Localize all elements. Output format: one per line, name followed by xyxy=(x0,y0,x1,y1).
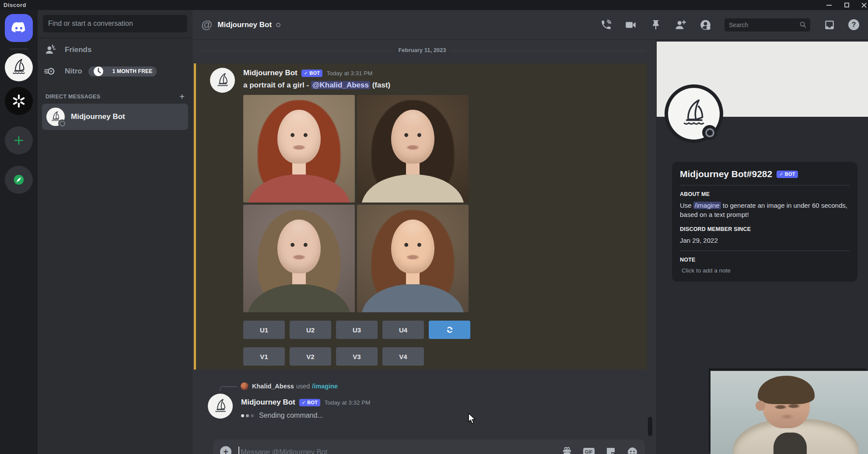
chat-messages-area: February 11, 2023 Midjourney Bot ✓ BOT T… xyxy=(192,40,656,454)
compass-icon xyxy=(11,172,26,187)
generated-portrait-2[interactable] xyxy=(357,95,469,203)
variation-button-v2[interactable]: V2 xyxy=(290,347,331,366)
nitro-icon xyxy=(47,66,59,77)
member-since-value: Jan 29, 2022 xyxy=(680,236,850,245)
refresh-icon xyxy=(445,325,455,335)
sidebar-item-friends[interactable]: Friends xyxy=(42,40,188,59)
dm-item-midjourney-bot[interactable]: Midjourney Bot xyxy=(42,104,188,130)
sticker-picker-button[interactable] xyxy=(606,447,616,454)
midjourney-server-icon[interactable] xyxy=(5,53,33,81)
search-icon xyxy=(799,21,807,28)
chat-scrollbar-thumb[interactable] xyxy=(648,417,652,436)
sailboat-icon xyxy=(9,57,29,77)
channel-status-icon xyxy=(276,23,280,27)
pinned-messages-button[interactable] xyxy=(650,19,662,31)
explore-servers-button[interactable] xyxy=(5,166,33,194)
generated-image-grid[interactable] xyxy=(243,95,469,312)
reply-context[interactable]: Khalid_Abess used /imagine xyxy=(192,381,656,391)
loading-dot xyxy=(251,414,254,417)
message-midjourney-result: Midjourney Bot ✓ BOT Today at 3:31 PM a … xyxy=(194,63,647,370)
minimize-button[interactable] xyxy=(826,2,832,8)
webcam-person-ear xyxy=(756,401,765,411)
message-author[interactable]: Midjourney Bot xyxy=(243,69,298,77)
server-rail xyxy=(0,10,38,454)
window-titlebar: Discord xyxy=(0,0,868,10)
chatgpt-server-icon[interactable] xyxy=(5,87,33,115)
message-sending-command: Midjourney Bot ✓ BOT Today at 3:32 PM Se… xyxy=(194,394,647,440)
toolbar-search-input[interactable]: Search xyxy=(724,18,810,31)
user-mention[interactable]: @Khalid_Abess xyxy=(311,81,370,89)
upscale-button-u4[interactable]: U4 xyxy=(382,321,424,339)
gif-picker-button[interactable]: GIF xyxy=(583,448,595,454)
message-timestamp: Today at 3:32 PM xyxy=(324,399,370,406)
generated-portrait-1[interactable] xyxy=(243,95,355,203)
gift-button[interactable] xyxy=(562,447,572,454)
channel-title: Midjourney Bot xyxy=(217,21,272,29)
plus-icon xyxy=(13,135,24,146)
message-avatar[interactable] xyxy=(208,394,233,419)
reply-spine xyxy=(220,386,237,391)
variation-button-v1[interactable]: V1 xyxy=(243,347,285,366)
discord-home-button[interactable] xyxy=(5,14,33,42)
divider xyxy=(680,185,850,185)
message-avatar[interactable] xyxy=(210,68,235,93)
help-button[interactable]: ? xyxy=(848,19,859,30)
sidebar-item-nitro[interactable]: Nitro 1 MONTH FREE xyxy=(42,62,188,81)
reply-author-avatar xyxy=(241,382,248,390)
divider xyxy=(680,251,850,251)
message-author[interactable]: Midjourney Bot xyxy=(241,398,295,407)
bot-badge: ✓ BOT xyxy=(301,70,323,77)
reroll-button[interactable] xyxy=(429,321,470,339)
variation-button-v4[interactable]: V4 xyxy=(382,347,424,366)
emoji-picker-button[interactable] xyxy=(627,447,638,454)
date-divider: February 11, 2023 xyxy=(199,51,646,53)
reply-author[interactable]: Khalid_Abess xyxy=(252,383,294,390)
note-header: NOTE xyxy=(680,257,850,263)
user-profile-icon[interactable] xyxy=(700,19,711,31)
profile-status-badge xyxy=(702,125,717,140)
add-friends-to-dm-button[interactable] xyxy=(675,19,686,31)
openai-logo-icon xyxy=(10,92,28,110)
upscale-button-u2[interactable]: U2 xyxy=(290,321,331,339)
about-me-header: ABOUT ME xyxy=(680,191,850,197)
generated-portrait-4[interactable] xyxy=(357,205,469,312)
dm-header-label: DIRECT MESSAGES xyxy=(46,94,100,100)
discord-logo-icon xyxy=(10,21,27,35)
message-input[interactable]: + Message @Midjourney Bot GIF xyxy=(213,440,645,454)
message-input-placeholder: Message @Midjourney Bot xyxy=(241,448,562,454)
note-input[interactable]: Click to add a note xyxy=(680,266,850,274)
bot-badge: ✓ BOT xyxy=(299,399,321,406)
inbox-button[interactable] xyxy=(823,19,835,31)
loading-dot xyxy=(246,414,249,417)
mouse-cursor xyxy=(467,413,477,426)
sending-status: Sending command... xyxy=(241,412,647,419)
conversation-search-input[interactable]: Find or start a conversation xyxy=(43,15,187,32)
generated-portrait-3[interactable] xyxy=(243,205,355,312)
slash-command-link[interactable]: /imagine xyxy=(312,383,338,390)
upscale-button-u1[interactable]: U1 xyxy=(243,321,285,339)
voice-call-button[interactable] xyxy=(600,19,612,31)
add-server-button[interactable] xyxy=(5,126,33,154)
maximize-button[interactable] xyxy=(844,2,850,8)
window-title: Discord xyxy=(4,2,26,8)
webcam-person-collar xyxy=(774,433,807,454)
nitro-label: Nitro xyxy=(65,67,82,76)
bot-badge-check: ✓ xyxy=(304,70,308,76)
upscale-button-u3[interactable]: U3 xyxy=(336,321,378,339)
variation-button-v3[interactable]: V3 xyxy=(336,347,378,366)
profile-card: Midjourney Bot#9282 ✓ BOT ABOUT ME Use /… xyxy=(672,162,858,282)
profile-name-tag: Midjourney Bot#9282 xyxy=(680,169,772,179)
rail-separator xyxy=(10,49,28,49)
dm-name: Midjourney Bot xyxy=(71,112,125,121)
channel-toolbar: @ Midjourney Bot xyxy=(192,10,868,40)
friends-icon xyxy=(47,44,59,56)
message-timestamp: Today at 3:31 PM xyxy=(326,70,372,77)
attach-file-button[interactable]: + xyxy=(220,446,231,454)
video-call-button[interactable] xyxy=(625,19,637,31)
create-dm-button[interactable]: + xyxy=(179,92,185,101)
imagine-command-pill[interactable]: /imagine xyxy=(693,202,721,209)
nitro-offer-badge: 1 MONTH FREE xyxy=(88,66,157,77)
close-button[interactable] xyxy=(861,2,867,8)
text-caret xyxy=(238,447,239,454)
window-controls xyxy=(826,0,868,10)
